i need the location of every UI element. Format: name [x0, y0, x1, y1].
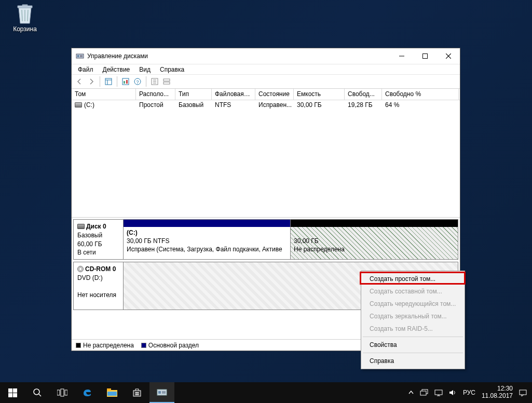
- close-button[interactable]: [436, 49, 460, 64]
- menubar: Файл Действие Вид Справка: [72, 64, 460, 74]
- svg-rect-42: [420, 391, 426, 395]
- tray-clock[interactable]: 12:30 11.08.2017: [482, 385, 513, 400]
- svg-rect-22: [13, 388, 17, 393]
- tray-language[interactable]: РУС: [463, 389, 475, 396]
- ctx-properties[interactable]: Свойства: [362, 339, 463, 351]
- menu-help[interactable]: Справка: [156, 65, 188, 74]
- task-view-button[interactable]: [50, 382, 75, 403]
- col-capacity[interactable]: Емкость: [294, 89, 345, 100]
- part-u-line1: 30,00 ГБ: [294, 237, 319, 245]
- svg-rect-40: [162, 391, 166, 394]
- col-freepct[interactable]: Свободно %: [382, 89, 459, 100]
- disk-mgmt-taskbar-button[interactable]: [149, 382, 174, 403]
- hdd-icon: [77, 224, 85, 229]
- vol-name: (C:): [84, 101, 94, 109]
- volume-list[interactable]: Том Располо... Тип Файловая с... Состоян…: [72, 89, 460, 218]
- col-free[interactable]: Свобод...: [345, 89, 382, 100]
- svg-rect-36: [135, 394, 137, 396]
- svg-rect-39: [158, 391, 161, 394]
- svg-rect-32: [107, 392, 117, 396]
- store-button[interactable]: [125, 382, 149, 403]
- partition-unallocated[interactable]: 30,00 ГБ Не распределена: [291, 220, 458, 259]
- edge-button[interactable]: [75, 382, 100, 403]
- col-volume[interactable]: Том: [72, 89, 136, 100]
- svg-rect-10: [122, 78, 129, 85]
- tray-monitor-icon[interactable]: [420, 389, 428, 396]
- volume-row[interactable]: (C:) Простой Базовый NTFS Исправен... 30…: [72, 100, 460, 110]
- vol-type: Базовый: [175, 101, 212, 109]
- toolbar-settings-icon[interactable]: [149, 76, 160, 87]
- vol-fs: NTFS: [212, 101, 255, 109]
- window-title: Управление дисками: [87, 52, 390, 60]
- svg-text:?: ?: [136, 79, 139, 85]
- cdrom-state: Нет носителя: [77, 291, 116, 299]
- minimize-button[interactable]: [390, 49, 413, 64]
- menu-file[interactable]: Файл: [74, 65, 98, 74]
- recycle-bin-icon: [15, 3, 35, 24]
- svg-rect-2: [80, 55, 83, 57]
- volume-list-header[interactable]: Том Располо... Тип Файловая с... Состоян…: [72, 89, 460, 100]
- legend-swatch-unallocated: [76, 343, 81, 348]
- col-status[interactable]: Состояние: [255, 89, 294, 100]
- ctx-create-simple-volume[interactable]: Создать простой том...: [362, 273, 463, 285]
- system-tray[interactable]: РУС 12:30 11.08.2017: [405, 385, 532, 400]
- svg-rect-28: [61, 389, 64, 396]
- col-type[interactable]: Тип: [175, 89, 212, 100]
- tray-chevron-up-icon[interactable]: [408, 390, 414, 395]
- disk-0-type: Базовый: [77, 232, 102, 239]
- legend-unallocated: Не распределена: [83, 342, 134, 349]
- svg-rect-35: [138, 392, 139, 394]
- svg-rect-46: [520, 390, 526, 395]
- menu-action[interactable]: Действие: [99, 65, 134, 74]
- ctx-separator: [363, 337, 463, 337]
- vol-layout: Простой: [136, 101, 175, 109]
- titlebar[interactable]: Управление дисками: [72, 48, 460, 64]
- part-c-title: (C:): [127, 229, 138, 236]
- svg-rect-34: [135, 392, 137, 394]
- start-button[interactable]: [0, 382, 25, 403]
- col-layout[interactable]: Располо...: [136, 89, 175, 100]
- vol-freepct: 64 %: [382, 101, 459, 109]
- recycle-bin[interactable]: Корзина: [9, 3, 40, 33]
- refresh-button[interactable]: [120, 76, 131, 87]
- toolbar: ?: [72, 74, 460, 89]
- svg-rect-27: [57, 390, 60, 395]
- disk-0-state: В сети: [77, 249, 96, 256]
- col-fs[interactable]: Файловая с...: [212, 89, 255, 100]
- svg-rect-7: [105, 78, 112, 85]
- tray-notifications-icon[interactable]: [519, 389, 527, 397]
- svg-point-25: [34, 389, 39, 395]
- cdrom-label[interactable]: CD-ROM 0 DVD (D:) Нет носителя: [74, 262, 124, 310]
- menu-view[interactable]: Вид: [135, 65, 155, 74]
- vol-status: Исправен...: [255, 101, 294, 109]
- drive-icon: [75, 102, 82, 108]
- help-button[interactable]: ?: [132, 76, 143, 87]
- toolbar-list-icon[interactable]: [161, 76, 172, 87]
- svg-rect-31: [107, 388, 111, 391]
- tray-volume-icon[interactable]: [449, 389, 457, 396]
- svg-rect-29: [65, 390, 67, 395]
- ctx-help[interactable]: Справка: [362, 355, 463, 367]
- svg-rect-12: [126, 80, 128, 84]
- forward-button[interactable]: [86, 76, 97, 87]
- context-menu: Создать простой том... Создать составной…: [361, 271, 465, 369]
- part-c-line1: 30,00 ГБ NTFS: [127, 237, 169, 245]
- cdrom-icon: [77, 266, 84, 272]
- toolbar-view-icon[interactable]: [103, 76, 114, 87]
- part-c-line2: Исправен (Система, Загрузка, Файл подкач…: [127, 246, 282, 253]
- taskbar[interactable]: РУС 12:30 11.08.2017: [0, 382, 532, 403]
- disk-0-label[interactable]: Диск 0 Базовый 60,00 ГБ В сети: [74, 220, 124, 259]
- svg-rect-20: [163, 82, 170, 84]
- legend-primary: Основной раздел: [148, 342, 199, 349]
- search-button[interactable]: [25, 382, 50, 403]
- maximize-button[interactable]: [413, 49, 436, 64]
- clock-date: 11.08.2017: [482, 393, 513, 400]
- back-button[interactable]: [74, 76, 85, 87]
- disk-0-name: Диск 0: [86, 223, 106, 230]
- svg-rect-1: [77, 55, 79, 57]
- tray-network-icon[interactable]: [434, 389, 443, 396]
- explorer-button[interactable]: [100, 382, 125, 403]
- svg-rect-19: [163, 79, 170, 81]
- disk-row-0: Диск 0 Базовый 60,00 ГБ В сети (C:) 30,0…: [73, 219, 458, 260]
- partition-c[interactable]: (C:) 30,00 ГБ NTFS Исправен (Система, За…: [124, 220, 291, 259]
